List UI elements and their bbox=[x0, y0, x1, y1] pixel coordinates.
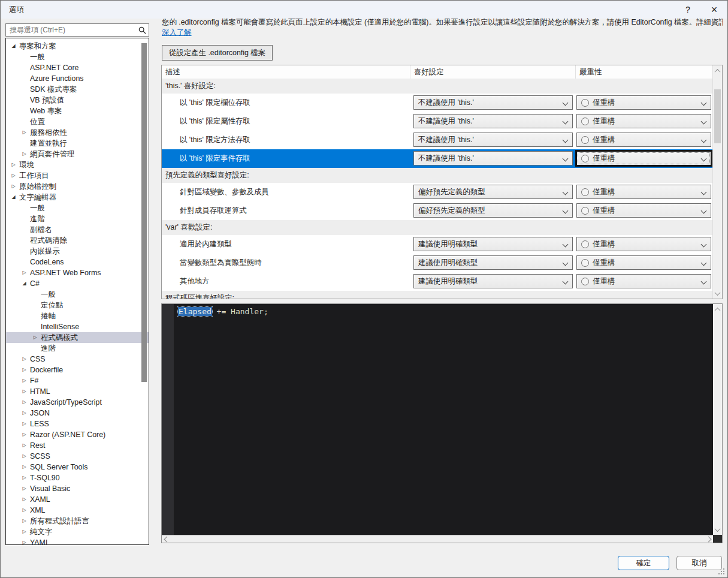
search-input[interactable] bbox=[6, 26, 135, 34]
grid-row[interactable]: 以 'this' 限定方法存取 不建議使用 'this.' 僅重構 bbox=[162, 131, 712, 149]
tree-expander-icon[interactable]: ▷ bbox=[20, 419, 28, 429]
search-icon[interactable] bbox=[135, 26, 149, 34]
tree-item[interactable]: 建置並執行 bbox=[6, 138, 149, 149]
code-horizontal-scrollbar[interactable] bbox=[162, 535, 713, 543]
preference-dropdown[interactable]: 建議使用明確類型 bbox=[413, 274, 573, 288]
tree-expander-icon[interactable]: ▷ bbox=[20, 462, 28, 472]
close-icon[interactable]: × bbox=[701, 1, 727, 19]
tree-item[interactable]: ▷ JSON bbox=[6, 408, 149, 419]
tree-expander-icon[interactable]: ▷ bbox=[10, 159, 17, 170]
tree-item[interactable]: ▷ LESS bbox=[6, 419, 149, 429]
tree-expander-icon[interactable]: ▷ bbox=[20, 494, 28, 505]
scroll-down-icon[interactable] bbox=[713, 525, 722, 534]
tree-item[interactable]: 程式碼清除 bbox=[6, 235, 149, 246]
severity-dropdown[interactable]: 僅重構 bbox=[576, 203, 711, 218]
tree-expander-icon[interactable]: ◢ bbox=[10, 41, 17, 52]
tree-expander-icon[interactable]: ▷ bbox=[20, 451, 28, 462]
tree-item[interactable]: ▷ Dockerfile bbox=[6, 365, 149, 375]
tree-item[interactable]: ▷ 程式碼樣式 bbox=[6, 332, 149, 343]
tree-expander-icon[interactable]: ▷ bbox=[20, 386, 28, 397]
tree-expander-icon[interactable]: ▷ bbox=[20, 483, 28, 494]
tree-item[interactable]: 定位點 bbox=[6, 300, 149, 311]
tree-item[interactable]: ▷ YAML bbox=[6, 537, 149, 545]
severity-dropdown[interactable]: 僅重構 bbox=[576, 237, 711, 251]
grid-row[interactable]: 以 'this' 限定事件存取 不建議使用 'this.' 僅重構 bbox=[162, 149, 712, 168]
tree-item[interactable]: 一般 bbox=[6, 289, 149, 300]
tree-item[interactable]: CodeLens bbox=[6, 257, 149, 267]
tree-expander-icon[interactable]: ▷ bbox=[10, 181, 17, 192]
preference-dropdown[interactable]: 不建議使用 'this.' bbox=[413, 133, 573, 147]
preference-dropdown[interactable]: 建議使用明確類型 bbox=[413, 237, 573, 251]
tree-item[interactable]: ▷ CSS bbox=[6, 354, 149, 365]
preference-dropdown[interactable]: 不建議使用 'this.' bbox=[413, 114, 573, 128]
tree-item[interactable]: ▷ 環境 bbox=[6, 159, 149, 170]
tree-expander-icon[interactable]: ▷ bbox=[31, 332, 39, 343]
tree-item[interactable]: ◢ 專案和方案 bbox=[6, 41, 149, 52]
tree-item[interactable]: ▷ 原始檔控制 bbox=[6, 181, 149, 192]
tree-item[interactable]: 捲軸 bbox=[6, 311, 149, 321]
tree-expander-icon[interactable]: ◢ bbox=[10, 192, 17, 203]
tree-item[interactable]: ▷ Visual Basic bbox=[6, 483, 149, 494]
severity-dropdown[interactable]: 僅重構 bbox=[576, 151, 711, 165]
tree-item[interactable]: 一般 bbox=[6, 203, 149, 213]
grid-row[interactable]: 針對區域變數、參數及成員 偏好預先定義的類型 僅重構 bbox=[162, 183, 712, 201]
tree-item[interactable]: SDK 樣式專案 bbox=[6, 84, 149, 95]
code-vertical-scrollbar[interactable] bbox=[713, 304, 722, 535]
tree-item[interactable]: ASP.NET Core bbox=[6, 62, 149, 73]
grid-row[interactable]: 當變數類型為實際型態時 建議使用明確類型 僅重構 bbox=[162, 254, 712, 272]
scroll-down-icon[interactable] bbox=[713, 288, 722, 298]
tree-item[interactable]: ▷ 所有程式設計語言 bbox=[6, 516, 149, 526]
scroll-left-icon[interactable] bbox=[162, 535, 171, 543]
tree-item[interactable]: 內嵌提示 bbox=[6, 246, 149, 257]
grid-row[interactable]: 針對成員存取運算式 偏好預先定義的類型 僅重構 bbox=[162, 201, 712, 220]
tree-expander-icon[interactable]: ▷ bbox=[10, 170, 17, 181]
tree-item[interactable]: ▷ XAML bbox=[6, 494, 149, 505]
tree-item[interactable]: 位置 bbox=[6, 116, 149, 127]
tree-expander-icon[interactable]: ▷ bbox=[20, 408, 28, 419]
tree-expander-icon[interactable]: ▷ bbox=[20, 267, 28, 278]
grid-row[interactable]: 其他地方 建議使用明確類型 僅重構 bbox=[162, 272, 712, 291]
tree-item[interactable]: ▷ 工作項目 bbox=[6, 170, 149, 181]
tree-expander-icon[interactable]: ▷ bbox=[20, 354, 28, 365]
learn-more-link[interactable]: 深入了解 bbox=[162, 28, 192, 38]
severity-dropdown[interactable]: 僅重構 bbox=[576, 185, 711, 199]
tree-item[interactable]: 進階 bbox=[6, 343, 149, 354]
tree-item[interactable]: ▷ F# bbox=[6, 375, 149, 386]
help-icon[interactable]: ? bbox=[675, 1, 701, 19]
tree-item[interactable]: VB 預設值 bbox=[6, 95, 149, 106]
tree-expander-icon[interactable]: ▷ bbox=[20, 537, 28, 545]
tree-item[interactable]: 副檔名 bbox=[6, 224, 149, 235]
tree-item[interactable]: ▷ XML bbox=[6, 505, 149, 516]
generate-editorconfig-button[interactable]: 從設定產生 .editorconfig 檔案 bbox=[162, 45, 273, 61]
tree-expander-icon[interactable]: ▷ bbox=[20, 429, 28, 440]
tree-expander-icon[interactable]: ▷ bbox=[20, 149, 28, 159]
grid-row[interactable]: 以 'this' 限定屬性存取 不建議使用 'this.' 僅重構 bbox=[162, 112, 712, 131]
tree-item[interactable]: ▷ 服務相依性 bbox=[6, 127, 149, 138]
resize-grip[interactable] bbox=[718, 568, 724, 574]
tree-expander-icon[interactable]: ▷ bbox=[20, 516, 28, 526]
tree-item[interactable]: ▷ HTML bbox=[6, 386, 149, 397]
tree-item[interactable]: ▷ Rest bbox=[6, 440, 149, 451]
tree-item[interactable]: ◢ 文字編輯器 bbox=[6, 192, 149, 203]
grid-row[interactable]: 適用於內建類型 建議使用明確類型 僅重構 bbox=[162, 235, 712, 254]
severity-dropdown[interactable]: 僅重構 bbox=[576, 274, 711, 288]
tree-item[interactable]: ▷ T-SQL90 bbox=[6, 472, 149, 483]
severity-dropdown[interactable]: 僅重構 bbox=[576, 255, 711, 270]
tree-expander-icon[interactable]: ▷ bbox=[20, 365, 28, 375]
tree-item[interactable]: IntelliSense bbox=[6, 321, 149, 332]
search-box[interactable] bbox=[5, 23, 149, 37]
tree-expander-icon[interactable]: ▷ bbox=[20, 375, 28, 386]
tree-expander-icon[interactable]: ▷ bbox=[20, 526, 28, 537]
scroll-right-icon[interactable] bbox=[704, 535, 712, 543]
tree-item[interactable]: ▷ ASP.NET Web Forms bbox=[6, 267, 149, 278]
preference-dropdown[interactable]: 偏好預先定義的類型 bbox=[413, 185, 573, 199]
severity-dropdown[interactable]: 僅重構 bbox=[576, 114, 711, 128]
grid-scrollbar-thumb[interactable] bbox=[714, 89, 721, 143]
tree-expander-icon[interactable]: ▷ bbox=[20, 127, 28, 138]
preference-dropdown[interactable]: 偏好預先定義的類型 bbox=[413, 203, 573, 218]
grid-row[interactable]: 以 'this' 限定欄位存取 不建議使用 'this.' 僅重構 bbox=[162, 94, 712, 112]
tree-item[interactable]: ▷ JavaScript/TypeScript bbox=[6, 397, 149, 408]
grid-scrollbar[interactable] bbox=[712, 65, 722, 299]
tree-item[interactable]: ▷ 網頁套件管理 bbox=[6, 149, 149, 159]
tree-item[interactable]: ▷ Razor (ASP.NET Core) bbox=[6, 429, 149, 440]
